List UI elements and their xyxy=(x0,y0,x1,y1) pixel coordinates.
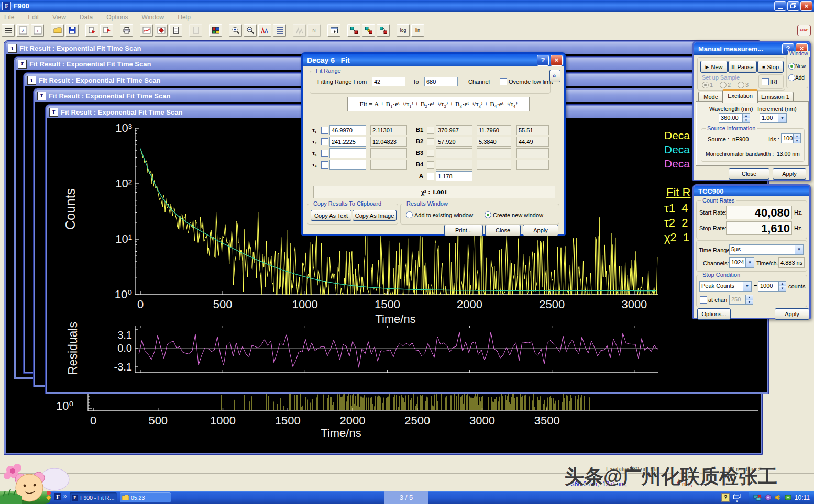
fit-from-input[interactable] xyxy=(372,77,405,86)
antivirus-icon[interactable] xyxy=(785,494,791,501)
tool-list-mode[interactable] xyxy=(2,24,15,37)
spin-up-icon[interactable]: ▲ xyxy=(743,114,750,118)
tau3-value-input[interactable] xyxy=(329,148,366,158)
sample-3-radio[interactable] xyxy=(738,82,744,88)
menu-data[interactable]: Data xyxy=(80,14,93,21)
print-button[interactable]: Print... xyxy=(444,225,483,236)
dialog-apply-button[interactable]: Apply xyxy=(523,225,558,236)
tool-lambda-scan[interactable]: λ xyxy=(16,24,29,37)
tool-save-file[interactable] xyxy=(65,24,79,37)
a-value-input[interactable] xyxy=(436,171,472,181)
window-switcher-icon[interactable]: ▼ xyxy=(733,494,741,503)
menu-options[interactable]: Options xyxy=(106,14,128,21)
copy-as-text-button[interactable]: Copy As Text xyxy=(311,210,351,221)
tool-print[interactable] xyxy=(120,24,133,37)
options-button[interactable]: Options... xyxy=(697,308,731,320)
tcc-apply-button[interactable]: Apply xyxy=(775,308,809,320)
collapse-button[interactable]: « xyxy=(549,70,560,82)
tau1-fix-checkbox[interactable] xyxy=(321,127,328,134)
tau2-fix-checkbox[interactable] xyxy=(321,138,328,145)
menu-help[interactable]: Help xyxy=(178,14,191,21)
manual-close-action-button[interactable]: Close xyxy=(729,168,769,180)
fit-to-input[interactable] xyxy=(424,77,458,86)
override-checkbox[interactable] xyxy=(500,78,507,85)
tool-zoom-out[interactable] xyxy=(244,24,257,37)
help-button[interactable]: ? xyxy=(537,55,549,66)
manual-measurement-panel[interactable]: Manual measurem... ? × ▶New IIPause ■Sto… xyxy=(692,41,811,181)
restore-button[interactable] xyxy=(787,1,799,11)
manual-apply-button[interactable]: Apply xyxy=(773,168,806,180)
tool-tau-scan[interactable]: τ xyxy=(31,24,44,37)
dialog-close-button[interactable]: × xyxy=(551,55,563,66)
stop-condition-combo[interactable]: Peak Counts▼ xyxy=(699,281,752,292)
new-measurement-button[interactable]: ▶New xyxy=(700,61,728,73)
tau3-fix-checkbox[interactable] xyxy=(321,150,328,157)
tool-properties[interactable] xyxy=(327,24,340,37)
tool-signal-curve[interactable] xyxy=(140,24,153,37)
spin-down-icon[interactable]: ▼ xyxy=(743,118,750,123)
volume-icon[interactable] xyxy=(775,494,782,501)
dropdown-icon[interactable]: ▼ xyxy=(745,258,754,267)
menu-window[interactable]: Window xyxy=(142,14,164,21)
language-indicator-icon[interactable]: ? xyxy=(721,493,730,502)
tab-excitation[interactable]: Excitation xyxy=(722,89,758,103)
menu-edit[interactable]: Edit xyxy=(28,14,39,21)
tau4-fix-checkbox[interactable] xyxy=(321,161,328,169)
at-chan-checkbox[interactable] xyxy=(700,296,707,304)
stop-counts-spinner[interactable]: 1000▲▼ xyxy=(758,281,786,292)
tool-measure[interactable] xyxy=(155,24,168,37)
network-disconnected-icon[interactable] xyxy=(753,494,762,501)
sample-2-radio[interactable] xyxy=(720,82,727,88)
tau1-value-input[interactable] xyxy=(329,125,366,135)
scheduler-icon[interactable] xyxy=(765,494,772,501)
b4-fix-checkbox[interactable] xyxy=(427,161,434,169)
decay-dialog-titlebar[interactable]: Decay 6 Fit ? × xyxy=(303,54,564,66)
minimize-button[interactable] xyxy=(774,1,786,11)
irf-checkbox[interactable] xyxy=(762,78,769,85)
tool-import-data[interactable] xyxy=(85,24,98,37)
tool-report[interactable] xyxy=(169,24,182,37)
at-chan-spinner[interactable]: 250▲▼ xyxy=(729,295,753,305)
tool-lin-scale[interactable]: lin xyxy=(411,24,424,37)
create-new-window-radio[interactable] xyxy=(485,211,491,218)
b1-fix-checkbox[interactable] xyxy=(427,127,434,134)
tcc900-panel[interactable]: TCC900 Count Rates Start Rate: 40,080 Hz… xyxy=(692,184,811,319)
tab-emission[interactable]: Emission 1 xyxy=(757,92,794,103)
tool-display-colors[interactable] xyxy=(209,24,222,37)
task-button-folder[interactable]: 05.23 xyxy=(120,492,171,502)
stop-measurement-button[interactable]: ■Stop xyxy=(757,61,784,73)
b3-fix-checkbox[interactable] xyxy=(427,150,434,157)
tau4-value-input[interactable] xyxy=(329,160,366,170)
close-button[interactable]: × xyxy=(800,1,812,11)
menu-view[interactable]: View xyxy=(52,14,66,21)
window-add-radio[interactable] xyxy=(788,74,795,81)
add-to-existing-radio[interactable] xyxy=(406,211,413,218)
channels-combo[interactable]: 1024▼ xyxy=(729,257,754,268)
dialog-close-action-button[interactable]: Close xyxy=(485,225,521,236)
tool-combine-scale[interactable] xyxy=(362,24,375,37)
window-new-radio[interactable] xyxy=(788,63,795,70)
tool-grid-toggle[interactable] xyxy=(273,24,286,37)
dropdown-icon[interactable]: ▼ xyxy=(795,245,803,254)
wavelength-spinner[interactable]: 360.00▲▼ xyxy=(719,113,750,123)
copy-as-image-button[interactable]: Copy As Image xyxy=(353,210,397,221)
tool-open-file[interactable] xyxy=(51,24,64,37)
time-range-combo[interactable]: 5µs▼ xyxy=(729,244,804,255)
tool-combine-shift[interactable] xyxy=(347,24,360,37)
pause-button[interactable]: IIPause xyxy=(728,61,757,73)
tool-zoom-in[interactable] xyxy=(229,24,242,37)
decay-fit-dialog[interactable]: Decay 6 Fit ? × Fit Range Fitting Range … xyxy=(301,52,566,236)
a-fix-checkbox[interactable] xyxy=(427,173,434,180)
dropdown-icon[interactable]: ▼ xyxy=(778,114,786,122)
tau2-value-input[interactable] xyxy=(329,137,366,147)
tool-log-scale[interactable]: log xyxy=(397,24,410,37)
tool-peak-search[interactable] xyxy=(258,24,271,37)
sample-1-radio[interactable] xyxy=(702,82,709,88)
dropdown-icon[interactable]: ▼ xyxy=(743,282,751,291)
tab-mode[interactable]: Mode xyxy=(698,92,723,103)
tool-combine-sub[interactable] xyxy=(377,24,390,37)
stop-tool-button[interactable]: STOP xyxy=(797,25,811,36)
b2-fix-checkbox[interactable] xyxy=(427,138,434,145)
tool-export-data[interactable] xyxy=(100,24,113,37)
menu-file[interactable]: File xyxy=(4,14,14,21)
